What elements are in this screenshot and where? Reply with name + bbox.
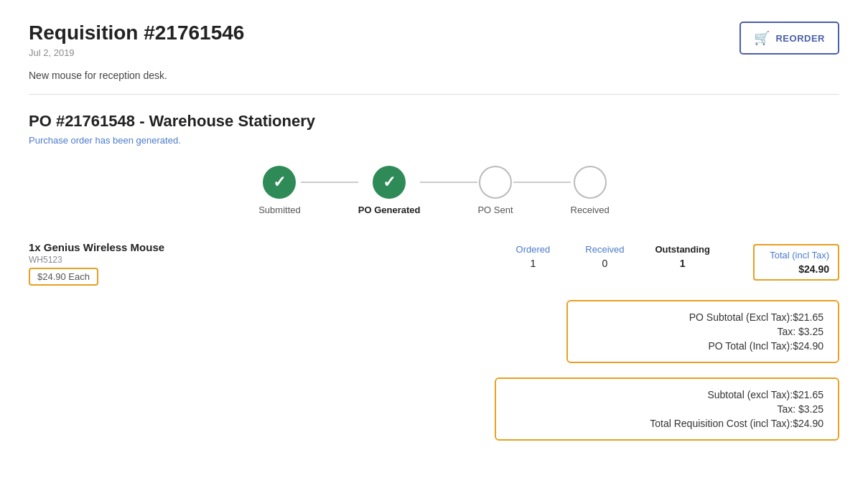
step-connector-3 bbox=[513, 182, 571, 183]
page-title: Requisition #21761546 bbox=[29, 22, 244, 44]
step-submitted: ✓ Submitted bbox=[258, 166, 301, 215]
requisition-date: Jul 2, 2019 bbox=[29, 47, 244, 58]
received-label: Received bbox=[585, 244, 624, 255]
step-connector-1 bbox=[301, 182, 358, 183]
col-ordered: Ordered 1 bbox=[511, 244, 554, 269]
outstanding-value: 1 bbox=[680, 258, 686, 269]
ordered-label: Ordered bbox=[516, 244, 551, 255]
item-code: WH5123 bbox=[29, 255, 511, 265]
col-outstanding: Outstanding 1 bbox=[655, 244, 710, 269]
check-icon: ✓ bbox=[273, 173, 286, 192]
po-title: PO #21761548 - Warehouse Stationery bbox=[29, 112, 839, 131]
step-submitted-circle: ✓ bbox=[263, 166, 296, 199]
po-subtotal-line: PO Subtotal (Excl Tax):$21.65 bbox=[582, 311, 823, 323]
po-summary-box: PO Subtotal (Excl Tax):$21.65 Tax: $3.25… bbox=[566, 300, 839, 363]
outstanding-label: Outstanding bbox=[655, 244, 710, 255]
check-icon-2: ✓ bbox=[383, 173, 396, 192]
req-tax-line: Tax: $3.25 bbox=[510, 403, 823, 415]
step-received-label: Received bbox=[571, 205, 610, 215]
req-subtotal-line: Subtotal (excl Tax):$21.65 bbox=[510, 389, 823, 400]
step-received: Received bbox=[571, 166, 610, 215]
cart-icon: 🛒 bbox=[754, 30, 770, 46]
item-price-badge: $24.90 Each bbox=[29, 268, 98, 286]
header-left: Requisition #21761546 Jul 2, 2019 bbox=[29, 22, 244, 58]
step-submitted-label: Submitted bbox=[258, 205, 301, 215]
step-po-generated-circle: ✓ bbox=[373, 166, 406, 199]
step-po-generated: ✓ PO Generated bbox=[358, 166, 421, 215]
reorder-button[interactable]: 🛒 REORDER bbox=[739, 22, 839, 55]
step-connector-2 bbox=[420, 182, 477, 183]
po-total-line: PO Total (Incl Tax):$24.90 bbox=[582, 340, 823, 352]
po-subtitle: Purchase order has been generated. bbox=[29, 135, 839, 146]
item-info: 1x Genius Wireless Mouse WH5123 $24.90 E… bbox=[29, 241, 511, 286]
total-label: Total (incl Tax) bbox=[770, 250, 829, 261]
step-received-circle bbox=[574, 166, 607, 199]
divider bbox=[29, 94, 839, 95]
requisition-description: New mouse for reception desk. bbox=[29, 70, 839, 81]
item-name: 1x Genius Wireless Mouse bbox=[29, 241, 511, 253]
step-po-sent-circle bbox=[479, 166, 512, 199]
req-total-box: Subtotal (excl Tax):$21.65 Tax: $3.25 To… bbox=[495, 377, 839, 441]
ordered-value: 1 bbox=[531, 258, 536, 269]
progress-steps: ✓ Submitted ✓ PO Generated PO Sent Recei… bbox=[29, 166, 839, 215]
item-section: 1x Genius Wireless Mouse WH5123 $24.90 E… bbox=[29, 241, 839, 286]
po-tax-line: Tax: $3.25 bbox=[582, 326, 823, 337]
step-po-sent-label: PO Sent bbox=[477, 205, 513, 215]
col-received: Received 0 bbox=[583, 244, 626, 269]
step-po-generated-label: PO Generated bbox=[358, 205, 421, 215]
step-po-sent: PO Sent bbox=[477, 166, 513, 215]
received-value: 0 bbox=[602, 258, 608, 269]
reorder-label: REORDER bbox=[775, 33, 825, 44]
total-value: $24.90 bbox=[798, 263, 829, 275]
page-header: Requisition #21761546 Jul 2, 2019 🛒 REOR… bbox=[29, 22, 839, 58]
right-section: PO Subtotal (Excl Tax):$21.65 Tax: $3.25… bbox=[29, 300, 839, 441]
req-total-line: Total Requisition Cost (incl Tax):$24.90 bbox=[510, 418, 823, 429]
total-incl-tax-col: Total (incl Tax) $24.90 bbox=[753, 244, 839, 281]
